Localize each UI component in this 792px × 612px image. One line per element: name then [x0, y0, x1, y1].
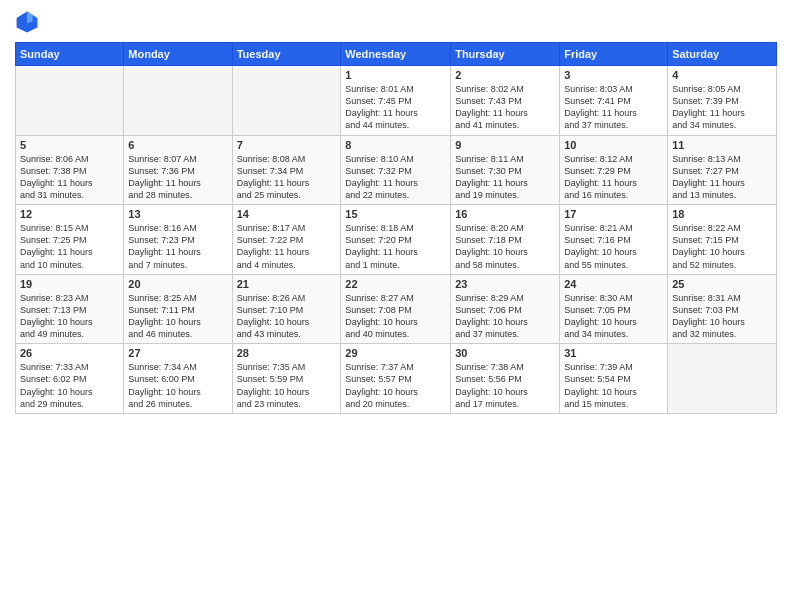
calendar-week-row: 19Sunrise: 8:23 AM Sunset: 7:13 PM Dayli…: [16, 274, 777, 344]
logo: [15, 10, 43, 34]
calendar-day: 16Sunrise: 8:20 AM Sunset: 7:18 PM Dayli…: [451, 205, 560, 275]
calendar-day: 18Sunrise: 8:22 AM Sunset: 7:15 PM Dayli…: [668, 205, 777, 275]
day-info: Sunrise: 8:07 AM Sunset: 7:36 PM Dayligh…: [128, 153, 227, 202]
day-number: 10: [564, 139, 663, 151]
calendar-day: 24Sunrise: 8:30 AM Sunset: 7:05 PM Dayli…: [560, 274, 668, 344]
day-info: Sunrise: 8:21 AM Sunset: 7:16 PM Dayligh…: [564, 222, 663, 271]
calendar-day: 13Sunrise: 8:16 AM Sunset: 7:23 PM Dayli…: [124, 205, 232, 275]
calendar-day: 20Sunrise: 8:25 AM Sunset: 7:11 PM Dayli…: [124, 274, 232, 344]
calendar-week-row: 12Sunrise: 8:15 AM Sunset: 7:25 PM Dayli…: [16, 205, 777, 275]
day-info: Sunrise: 8:17 AM Sunset: 7:22 PM Dayligh…: [237, 222, 337, 271]
calendar-header-friday: Friday: [560, 43, 668, 66]
calendar-day: [232, 66, 341, 136]
calendar-day: 3Sunrise: 8:03 AM Sunset: 7:41 PM Daylig…: [560, 66, 668, 136]
calendar-day: 17Sunrise: 8:21 AM Sunset: 7:16 PM Dayli…: [560, 205, 668, 275]
calendar-day: 22Sunrise: 8:27 AM Sunset: 7:08 PM Dayli…: [341, 274, 451, 344]
calendar-week-row: 26Sunrise: 7:33 AM Sunset: 6:02 PM Dayli…: [16, 344, 777, 414]
day-number: 25: [672, 278, 772, 290]
day-number: 18: [672, 208, 772, 220]
calendar-day: 25Sunrise: 8:31 AM Sunset: 7:03 PM Dayli…: [668, 274, 777, 344]
day-number: 19: [20, 278, 119, 290]
day-number: 31: [564, 347, 663, 359]
day-number: 8: [345, 139, 446, 151]
day-info: Sunrise: 8:10 AM Sunset: 7:32 PM Dayligh…: [345, 153, 446, 202]
calendar-header-monday: Monday: [124, 43, 232, 66]
calendar-day: 29Sunrise: 7:37 AM Sunset: 5:57 PM Dayli…: [341, 344, 451, 414]
calendar-day: 31Sunrise: 7:39 AM Sunset: 5:54 PM Dayli…: [560, 344, 668, 414]
day-info: Sunrise: 8:11 AM Sunset: 7:30 PM Dayligh…: [455, 153, 555, 202]
day-info: Sunrise: 7:33 AM Sunset: 6:02 PM Dayligh…: [20, 361, 119, 410]
day-info: Sunrise: 8:02 AM Sunset: 7:43 PM Dayligh…: [455, 83, 555, 132]
day-number: 17: [564, 208, 663, 220]
day-number: 5: [20, 139, 119, 151]
calendar-day: 26Sunrise: 7:33 AM Sunset: 6:02 PM Dayli…: [16, 344, 124, 414]
day-number: 21: [237, 278, 337, 290]
day-number: 3: [564, 69, 663, 81]
day-info: Sunrise: 8:23 AM Sunset: 7:13 PM Dayligh…: [20, 292, 119, 341]
day-info: Sunrise: 8:20 AM Sunset: 7:18 PM Dayligh…: [455, 222, 555, 271]
calendar-day: 21Sunrise: 8:26 AM Sunset: 7:10 PM Dayli…: [232, 274, 341, 344]
day-number: 4: [672, 69, 772, 81]
day-info: Sunrise: 8:29 AM Sunset: 7:06 PM Dayligh…: [455, 292, 555, 341]
day-number: 9: [455, 139, 555, 151]
calendar-header-tuesday: Tuesday: [232, 43, 341, 66]
day-number: 11: [672, 139, 772, 151]
calendar-header-saturday: Saturday: [668, 43, 777, 66]
calendar-day: 2Sunrise: 8:02 AM Sunset: 7:43 PM Daylig…: [451, 66, 560, 136]
calendar-day: 8Sunrise: 8:10 AM Sunset: 7:32 PM Daylig…: [341, 135, 451, 205]
day-number: 27: [128, 347, 227, 359]
day-info: Sunrise: 8:18 AM Sunset: 7:20 PM Dayligh…: [345, 222, 446, 271]
day-info: Sunrise: 7:35 AM Sunset: 5:59 PM Dayligh…: [237, 361, 337, 410]
day-number: 29: [345, 347, 446, 359]
calendar-day: 28Sunrise: 7:35 AM Sunset: 5:59 PM Dayli…: [232, 344, 341, 414]
day-info: Sunrise: 8:27 AM Sunset: 7:08 PM Dayligh…: [345, 292, 446, 341]
calendar-week-row: 5Sunrise: 8:06 AM Sunset: 7:38 PM Daylig…: [16, 135, 777, 205]
day-number: 1: [345, 69, 446, 81]
day-info: Sunrise: 8:01 AM Sunset: 7:45 PM Dayligh…: [345, 83, 446, 132]
day-number: 16: [455, 208, 555, 220]
calendar-day: 19Sunrise: 8:23 AM Sunset: 7:13 PM Dayli…: [16, 274, 124, 344]
calendar-day: 30Sunrise: 7:38 AM Sunset: 5:56 PM Dayli…: [451, 344, 560, 414]
day-info: Sunrise: 7:37 AM Sunset: 5:57 PM Dayligh…: [345, 361, 446, 410]
calendar-day: 14Sunrise: 8:17 AM Sunset: 7:22 PM Dayli…: [232, 205, 341, 275]
day-info: Sunrise: 8:06 AM Sunset: 7:38 PM Dayligh…: [20, 153, 119, 202]
calendar-header-row: SundayMondayTuesdayWednesdayThursdayFrid…: [16, 43, 777, 66]
calendar-day: [16, 66, 124, 136]
calendar-day: 10Sunrise: 8:12 AM Sunset: 7:29 PM Dayli…: [560, 135, 668, 205]
calendar-day: 15Sunrise: 8:18 AM Sunset: 7:20 PM Dayli…: [341, 205, 451, 275]
day-number: 2: [455, 69, 555, 81]
calendar-header-sunday: Sunday: [16, 43, 124, 66]
day-number: 13: [128, 208, 227, 220]
calendar-day: 5Sunrise: 8:06 AM Sunset: 7:38 PM Daylig…: [16, 135, 124, 205]
day-number: 12: [20, 208, 119, 220]
day-number: 7: [237, 139, 337, 151]
calendar-week-row: 1Sunrise: 8:01 AM Sunset: 7:45 PM Daylig…: [16, 66, 777, 136]
calendar-day: 4Sunrise: 8:05 AM Sunset: 7:39 PM Daylig…: [668, 66, 777, 136]
day-number: 22: [345, 278, 446, 290]
day-info: Sunrise: 8:03 AM Sunset: 7:41 PM Dayligh…: [564, 83, 663, 132]
day-number: 24: [564, 278, 663, 290]
day-number: 26: [20, 347, 119, 359]
day-number: 20: [128, 278, 227, 290]
header: [15, 10, 777, 34]
calendar-day: 27Sunrise: 7:34 AM Sunset: 6:00 PM Dayli…: [124, 344, 232, 414]
day-number: 6: [128, 139, 227, 151]
calendar-header-wednesday: Wednesday: [341, 43, 451, 66]
calendar-header-thursday: Thursday: [451, 43, 560, 66]
day-info: Sunrise: 8:25 AM Sunset: 7:11 PM Dayligh…: [128, 292, 227, 341]
day-info: Sunrise: 8:22 AM Sunset: 7:15 PM Dayligh…: [672, 222, 772, 271]
day-info: Sunrise: 8:13 AM Sunset: 7:27 PM Dayligh…: [672, 153, 772, 202]
day-info: Sunrise: 8:08 AM Sunset: 7:34 PM Dayligh…: [237, 153, 337, 202]
day-info: Sunrise: 7:38 AM Sunset: 5:56 PM Dayligh…: [455, 361, 555, 410]
calendar-day: 9Sunrise: 8:11 AM Sunset: 7:30 PM Daylig…: [451, 135, 560, 205]
day-info: Sunrise: 8:31 AM Sunset: 7:03 PM Dayligh…: [672, 292, 772, 341]
calendar-day: 12Sunrise: 8:15 AM Sunset: 7:25 PM Dayli…: [16, 205, 124, 275]
day-info: Sunrise: 8:16 AM Sunset: 7:23 PM Dayligh…: [128, 222, 227, 271]
day-number: 15: [345, 208, 446, 220]
day-info: Sunrise: 8:26 AM Sunset: 7:10 PM Dayligh…: [237, 292, 337, 341]
day-info: Sunrise: 7:34 AM Sunset: 6:00 PM Dayligh…: [128, 361, 227, 410]
day-info: Sunrise: 8:30 AM Sunset: 7:05 PM Dayligh…: [564, 292, 663, 341]
calendar-day: [124, 66, 232, 136]
logo-icon: [15, 10, 39, 34]
calendar-day: [668, 344, 777, 414]
